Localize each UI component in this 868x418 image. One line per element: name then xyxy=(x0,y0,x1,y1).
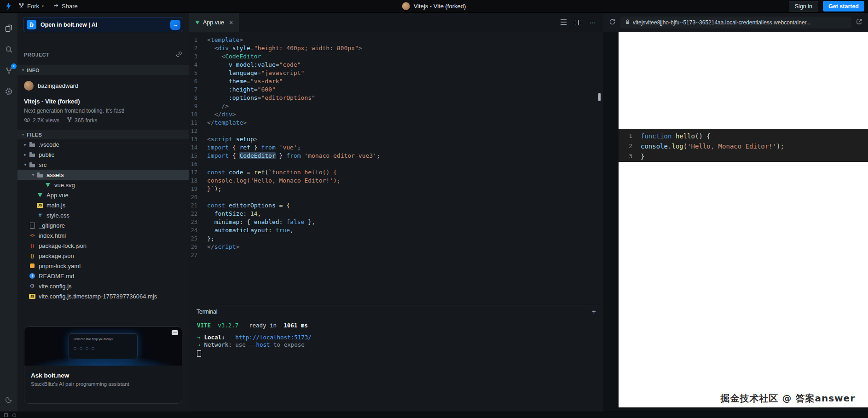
code-line[interactable]: 25}; xyxy=(189,235,603,243)
code-line[interactable]: 1<template> xyxy=(189,36,603,44)
ask-bolt-card[interactable]: How can Bolt help you today? — Ask bolt.… xyxy=(24,326,182,404)
stackblitz-bolt-icon[interactable] xyxy=(4,2,13,11)
tree-item[interactable]: package-lock.json xyxy=(17,240,189,251)
views-stat: 2.7K views xyxy=(24,117,59,124)
code-line[interactable]: 13<script setup> xyxy=(189,135,603,143)
prettier-format-icon[interactable] xyxy=(561,19,567,25)
preview-page[interactable]: 1function hello() {2console.log('Hello, … xyxy=(619,32,868,407)
status-circle-icon[interactable] xyxy=(12,413,16,417)
code-line[interactable]: 7 :height="600" xyxy=(189,86,603,94)
editor-actions: ⋯ xyxy=(561,13,603,32)
code-line[interactable]: 26</script> xyxy=(189,243,603,251)
more-actions-icon[interactable]: ⋯ xyxy=(590,19,596,26)
code-line[interactable]: 15import { CodeEditor } from 'monaco-edi… xyxy=(189,152,603,160)
folder-icon xyxy=(36,171,44,178)
folder-icon xyxy=(29,141,36,148)
code-line[interactable]: 17const code = ref(`function hello() { xyxy=(189,168,603,177)
search-icon[interactable] xyxy=(4,45,13,54)
tab-app-vue[interactable]: App.vue × xyxy=(189,13,239,32)
tree-item[interactable]: ▸.vscode xyxy=(17,139,189,149)
open-external-icon[interactable] xyxy=(856,18,862,26)
code-line[interactable]: 8 :options="editorOptions" xyxy=(189,94,603,102)
local-url[interactable]: http://localhost:5173/ xyxy=(235,334,312,341)
code-line[interactable]: 9 /> xyxy=(189,102,603,110)
tree-item[interactable]: ▾src xyxy=(17,160,189,170)
file-name: README.md xyxy=(39,273,78,280)
folder-chevron-icon[interactable]: ▾ xyxy=(22,162,29,167)
tree-item[interactable]: App.vue xyxy=(17,190,189,200)
project-files-icon[interactable] xyxy=(4,23,13,33)
share-button[interactable]: Share xyxy=(49,1,81,11)
tree-item[interactable]: style.css xyxy=(17,210,189,220)
close-tab-icon[interactable]: × xyxy=(229,19,233,26)
layout-grid-icon[interactable] xyxy=(4,413,8,417)
folder-chevron-icon[interactable]: ▾ xyxy=(30,172,36,177)
code-line[interactable]: 27 xyxy=(189,251,603,259)
terminal-line-network: →Network: use --host to expose xyxy=(197,341,603,349)
author-row[interactable]: bazingaedward xyxy=(24,79,182,92)
get-started-button[interactable]: Get started xyxy=(823,1,864,11)
terminal-output[interactable]: VITE v3.2.7 ready in 1061 ms →Local: htt… xyxy=(189,318,603,357)
new-terminal-icon[interactable]: + xyxy=(592,308,596,316)
tree-item[interactable]: package.json xyxy=(17,251,189,261)
tree-item[interactable]: vue.svg xyxy=(17,180,189,190)
tree-item[interactable]: main.js xyxy=(17,200,189,210)
folder-chevron-icon[interactable]: ▸ xyxy=(22,142,29,147)
preview-url-field[interactable]: vitejsvitee8jjho-bjfu--5173--365214aa.lo… xyxy=(620,17,851,29)
code-line[interactable]: 23 minimap: { enabled: false }, xyxy=(189,218,603,226)
info-section-toggle[interactable]: ▾ INFO xyxy=(17,65,189,75)
code-line[interactable]: 11</template> xyxy=(189,119,603,127)
jsonlock-file-icon xyxy=(29,242,36,249)
fork-button[interactable]: Fork ▾ xyxy=(15,1,47,11)
tree-item[interactable]: index.html xyxy=(17,230,189,240)
sign-in-button[interactable]: Sign in xyxy=(789,1,818,11)
bolt-mini-icon xyxy=(92,347,94,350)
code-line[interactable]: 6 theme="vs-dark" xyxy=(189,77,603,86)
code-line[interactable]: 18console.log('Hello, Monaco Editor!'); xyxy=(189,177,603,185)
code-text: theme="vs-dark" xyxy=(207,77,283,86)
eye-icon xyxy=(24,117,30,124)
line-number: 22 xyxy=(189,210,207,218)
code-text: </template> xyxy=(207,119,247,127)
tree-item[interactable]: pnpm-lock.yaml xyxy=(17,261,189,271)
code-editor[interactable]: 1<template>2 <div style="height: 400px; … xyxy=(189,32,603,305)
settings-gear-icon[interactable] xyxy=(4,87,13,96)
chevron-down-icon: ▾ xyxy=(42,4,44,8)
theme-toggle-icon[interactable] xyxy=(4,395,13,404)
folder-chevron-icon[interactable]: ▸ xyxy=(22,152,29,157)
bolt-mini-window: How can Bolt help you today? xyxy=(69,333,138,359)
terminal-panel: Terminal + VITE v3.2.7 ready in 1061 ms … xyxy=(189,305,603,412)
open-in-bolt-button[interactable]: b Open in bolt.new | AI → xyxy=(23,17,183,32)
embedded-monaco-editor[interactable]: 1function hello() {2console.log('Hello, … xyxy=(619,129,868,162)
tree-item[interactable]: README.md xyxy=(17,271,189,281)
tree-item[interactable]: vite.config.js.timestamp-1757397736064.m… xyxy=(17,291,189,301)
tab-label: App.vue xyxy=(203,19,224,26)
editor-scrollbar-thumb[interactable] xyxy=(598,93,601,101)
code-line[interactable]: 5 language="javascript" xyxy=(189,69,603,77)
source-control-icon[interactable]: 1 xyxy=(4,66,13,75)
minimize-icon[interactable]: — xyxy=(172,330,178,335)
code-line[interactable]: 21const editorOptions = { xyxy=(189,201,603,210)
code-line[interactable]: 16 xyxy=(189,160,603,168)
code-line[interactable]: 19}`); xyxy=(189,185,603,193)
copy-link-icon[interactable] xyxy=(176,51,182,59)
split-editor-icon[interactable] xyxy=(575,20,581,25)
code-line[interactable]: 20 xyxy=(189,193,603,201)
topbar-right: Sign in Get started xyxy=(789,1,864,11)
files-section-toggle[interactable]: ▾ FILES xyxy=(17,130,189,139)
code-line[interactable]: 22 fontSize: 14, xyxy=(189,210,603,218)
code-line[interactable]: 4 v-model:value="code" xyxy=(189,61,603,69)
file-name: index.html xyxy=(39,232,69,239)
code-line[interactable]: 2 <div style="height: 400px; width: 800p… xyxy=(189,44,603,52)
tree-item[interactable]: ▾assets xyxy=(17,170,189,180)
code-line[interactable]: 3 <CodeEditor xyxy=(189,52,603,61)
code-line[interactable]: 24 automaticLayout: true, xyxy=(189,226,603,235)
code-line[interactable]: 12 xyxy=(189,127,603,135)
refresh-icon[interactable] xyxy=(609,18,616,27)
tree-item[interactable]: ▸public xyxy=(17,149,189,160)
tree-item[interactable]: vite.config.js xyxy=(17,281,189,291)
code-line[interactable]: 14import { ref } from 'vue'; xyxy=(189,143,603,152)
terminal-title[interactable]: Terminal xyxy=(197,309,217,315)
code-line[interactable]: 10 </div> xyxy=(189,110,603,119)
tree-item[interactable]: _gitignore xyxy=(17,220,189,230)
